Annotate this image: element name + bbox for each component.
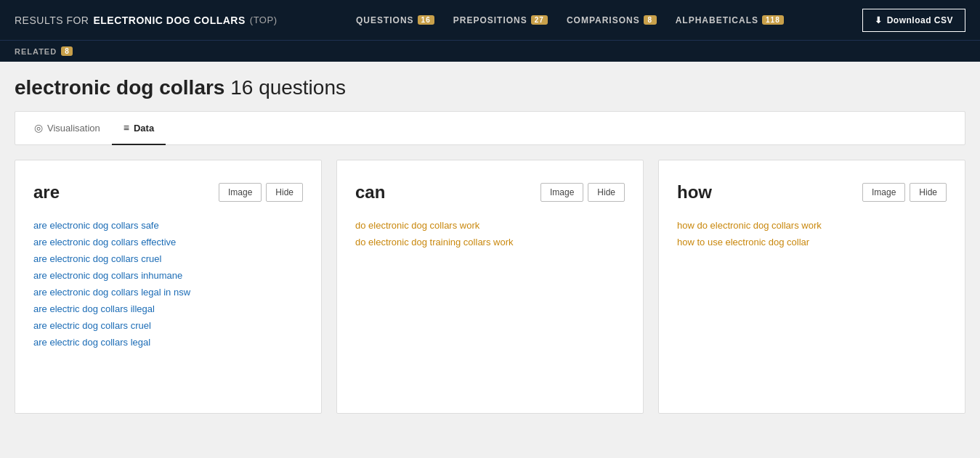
header-left: RESULTS FOR ELECTRONIC DOG COLLARS (TOP) — [15, 15, 277, 26]
card-how-links: how do electronic dog collars work how t… — [677, 220, 947, 248]
card-can-title: can — [355, 182, 385, 203]
tabs-container: ◎ Visualisation ≡ Data — [15, 111, 965, 145]
card-are: are Image Hide are electronic dog collar… — [15, 160, 322, 414]
nav-item-alphabeticals[interactable]: ALPHABETICALS 118 — [668, 11, 791, 30]
link-item[interactable]: do electronic dog training collars work — [355, 237, 625, 248]
related-badge: 8 — [61, 46, 73, 56]
page-heading-keyword: electronic dog collars — [15, 76, 224, 99]
card-how-title: how — [677, 182, 712, 203]
download-label: Download CSV — [887, 15, 953, 25]
link-item[interactable]: are electronic dog collars inhumane — [33, 270, 303, 281]
download-icon: ⬇ — [875, 15, 883, 25]
nav-comparisons-label: COMPARISONS — [567, 15, 640, 25]
card-are-buttons: Image Hide — [219, 183, 303, 202]
visualisation-icon: ◎ — [34, 122, 43, 134]
card-can-image-button[interactable]: Image — [540, 183, 583, 202]
link-item[interactable]: are electric dog collars illegal — [33, 303, 303, 314]
cards-grid: are Image Hide are electronic dog collar… — [15, 160, 965, 414]
nav-comparisons-badge: 8 — [644, 15, 657, 25]
link-item[interactable]: are electric dog collars legal — [33, 337, 303, 348]
related-label: RELATED — [15, 47, 57, 56]
nav-item-questions[interactable]: QUESTIONS 16 — [349, 11, 442, 30]
link-item[interactable]: are electronic dog collars safe — [33, 220, 303, 231]
header-top-label: (TOP) — [250, 15, 278, 25]
page-heading-count: 16 questions — [230, 76, 346, 99]
tab-data[interactable]: ≡ Data — [112, 112, 166, 145]
card-how: how Image Hide how do electronic dog col… — [658, 160, 965, 414]
link-item[interactable]: are electronic dog collars cruel — [33, 253, 303, 264]
subheader: RELATED 8 — [0, 40, 980, 62]
nav-questions-badge: 16 — [418, 15, 434, 25]
card-can-header: can Image Hide — [355, 182, 625, 203]
link-item[interactable]: how to use electronic dog collar — [677, 237, 947, 248]
results-for-label: RESULTS FOR — [15, 15, 89, 26]
card-are-header: are Image Hide — [33, 182, 303, 203]
tab-data-label: Data — [134, 123, 154, 134]
nav-item-comparisons[interactable]: COMPARISONS 8 — [559, 11, 664, 30]
nav-alphabeticals-badge: 118 — [762, 15, 784, 25]
card-can: can Image Hide do electronic dog collars… — [336, 160, 644, 414]
download-csv-button[interactable]: ⬇ Download CSV — [862, 9, 965, 32]
link-item[interactable]: do electronic dog collars work — [355, 220, 625, 231]
card-are-image-button[interactable]: Image — [219, 183, 262, 202]
card-how-image-button[interactable]: Image — [862, 183, 905, 202]
link-item[interactable]: are electric dog collars cruel — [33, 320, 303, 331]
card-are-links: are electronic dog collars safe are elec… — [33, 220, 303, 348]
card-how-buttons: Image Hide — [862, 183, 947, 202]
nav-alphabeticals-label: ALPHABETICALS — [676, 15, 758, 25]
main-content: electronic dog collars 16 questions ◎ Vi… — [0, 62, 980, 428]
card-are-hide-button[interactable]: Hide — [266, 183, 303, 202]
page-heading: electronic dog collars 16 questions — [15, 76, 965, 99]
nav-item-prepositions[interactable]: PREPOSITIONS 27 — [446, 11, 555, 30]
tab-visualisation[interactable]: ◎ Visualisation — [23, 112, 112, 145]
link-item[interactable]: how do electronic dog collars work — [677, 220, 947, 231]
nav-prepositions-label: PREPOSITIONS — [453, 15, 527, 25]
tab-visualisation-label: Visualisation — [47, 123, 100, 134]
link-item[interactable]: are electronic dog collars legal in nsw — [33, 287, 303, 298]
header-keyword: ELECTRONIC DOG COLLARS — [93, 15, 245, 26]
link-item[interactable]: are electronic dog collars effective — [33, 237, 303, 248]
nav-prepositions-badge: 27 — [531, 15, 548, 25]
card-can-links: do electronic dog collars work do electr… — [355, 220, 625, 248]
card-can-buttons: Image Hide — [540, 183, 625, 202]
header: RESULTS FOR ELECTRONIC DOG COLLARS (TOP)… — [0, 0, 980, 40]
header-nav: QUESTIONS 16 PREPOSITIONS 27 COMPARISONS… — [349, 11, 791, 30]
card-how-header: how Image Hide — [677, 182, 947, 203]
nav-questions-label: QUESTIONS — [356, 15, 414, 25]
data-icon: ≡ — [123, 122, 129, 134]
card-are-title: are — [33, 182, 60, 203]
card-can-hide-button[interactable]: Hide — [588, 183, 625, 202]
card-how-hide-button[interactable]: Hide — [910, 183, 947, 202]
